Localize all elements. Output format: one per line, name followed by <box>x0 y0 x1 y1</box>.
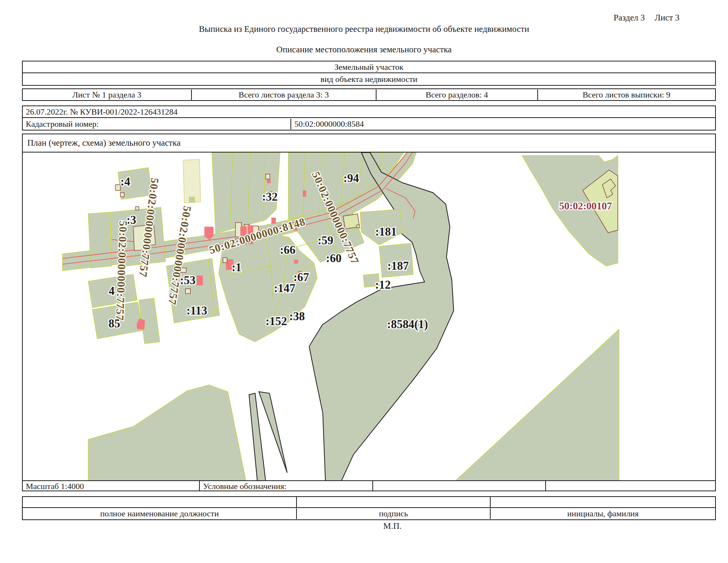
signature-name-label: инициалы, фамилия <box>491 508 715 519</box>
object-type-caption: вид объекта недвижимости <box>23 74 715 85</box>
building <box>266 174 270 179</box>
sheet-cell: Лист № 1 раздела 3 <box>23 90 192 100</box>
signature-position-input <box>23 497 297 507</box>
sheet-cell: Всего разделов: 4 <box>377 90 538 100</box>
map-label: :8584(1) <box>387 318 428 331</box>
map-label: :147 <box>274 282 295 295</box>
map-label: 50:02:00107 <box>559 200 612 212</box>
building <box>223 258 227 263</box>
document-title: Выписка из Единого государственного реес… <box>0 24 728 34</box>
map-label: :32 <box>262 190 278 203</box>
building <box>357 225 359 228</box>
pale-yellow-parcel <box>183 159 201 203</box>
document-subtitle: Описание местоположения земельного участ… <box>0 45 728 55</box>
map-label: :187 <box>387 259 409 272</box>
object-type-value: Земельный участок <box>23 62 715 72</box>
signature-position-label: полное наименование должности <box>23 508 297 519</box>
object-type-table: Земельный участок вид объекта недвижимос… <box>22 61 716 86</box>
map-label: :94 <box>344 171 359 185</box>
cadastral-map-svg: :4:3:32:94:66:59:60:1:67:147:53:113:152:… <box>23 153 715 481</box>
map-label: :66 <box>280 243 295 256</box>
map-label: :59 <box>318 234 333 247</box>
section-ref: Раздел 3 <box>613 13 645 22</box>
building <box>121 193 124 197</box>
map-label: :4 <box>121 175 130 188</box>
stamp-place: М.П. <box>297 521 488 531</box>
cadastral-map: :4:3:32:94:66:59:60:1:67:147:53:113:152:… <box>23 153 715 481</box>
map-label: :152 <box>265 315 287 328</box>
red-building <box>267 179 271 183</box>
building <box>135 207 139 210</box>
signature-sign-input <box>297 497 491 507</box>
map-scale: Масштаб 1:4000 <box>23 481 200 491</box>
map-label: :38 <box>289 310 305 323</box>
request-date-number: 26.07.2022г. № КУВИ-001/2022-126431284 <box>23 107 715 117</box>
small-green-square <box>189 197 195 203</box>
signature-sign-label: подпись <box>297 508 491 519</box>
map-label: :113 <box>187 304 207 317</box>
bottom-right-parcel <box>455 329 619 481</box>
building <box>185 289 190 294</box>
plan-header: План (чертеж, схема) земельного участка <box>23 134 715 153</box>
bottom-sliver <box>249 393 266 481</box>
red-building <box>271 218 276 224</box>
request-table: 26.07.2022г. № КУВИ-001/2022-126431284 К… <box>22 105 716 131</box>
map-label: :60 <box>326 252 342 265</box>
signature-name-input <box>491 497 715 507</box>
red-building <box>197 275 203 285</box>
plan-table: План (чертеж, схема) земельного участка <box>22 134 716 491</box>
legend-empty-cell <box>546 481 715 491</box>
sheet-cell: Всего листов выписки: 9 <box>538 90 715 100</box>
map-label: :181 <box>375 225 397 238</box>
map-label: :67 <box>293 270 309 284</box>
red-building <box>294 259 298 263</box>
legend-label: Условные обозначения: <box>200 481 373 491</box>
signature-table: полное наименование должности подпись ин… <box>22 496 716 520</box>
cadastral-number-label: Кадастровый номер: <box>23 119 291 129</box>
map-label: :12 <box>375 278 391 291</box>
page-corner-ref: Раздел 3Лист 3 <box>604 13 679 23</box>
building <box>116 185 121 190</box>
sheet-cell: Всего листов раздела 3: 3 <box>192 90 377 100</box>
legend-empty-cell <box>373 481 546 491</box>
cadastral-number-value: 50:02:0000000:8584 <box>291 119 715 129</box>
map-label: 4 <box>109 284 115 297</box>
sheets-table: Лист № 1 раздела 3 Всего листов раздела … <box>22 88 716 101</box>
bottom-left-parcel <box>88 385 246 481</box>
sheet-ref: Лист 3 <box>655 13 679 22</box>
red-building <box>303 190 306 197</box>
map-label: :1 <box>232 261 242 274</box>
